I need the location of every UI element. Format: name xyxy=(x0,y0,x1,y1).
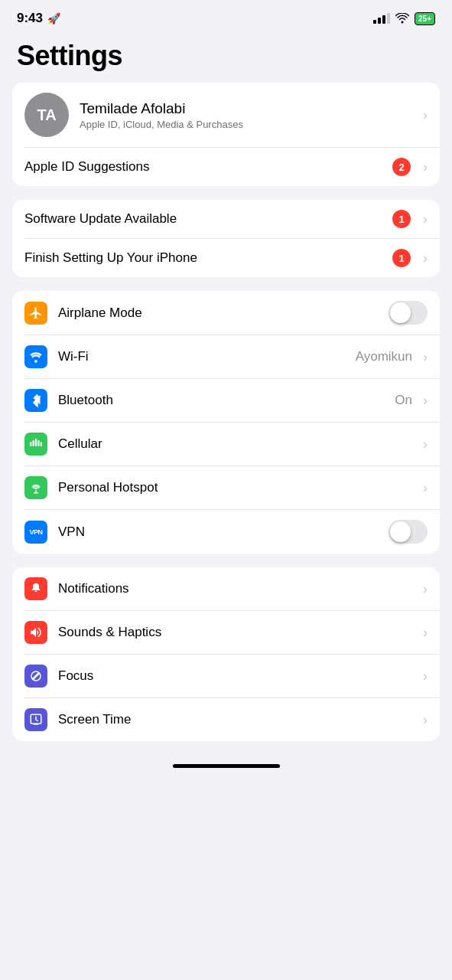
notifications-row[interactable]: Notifications › xyxy=(12,567,440,610)
wifi-chevron: › xyxy=(423,349,428,365)
focus-row[interactable]: Focus › xyxy=(12,655,440,697)
profile-chevron: › xyxy=(423,107,428,123)
airplane-mode-row[interactable]: Airplane Mode xyxy=(12,291,440,335)
wifi-setting-icon xyxy=(24,345,47,368)
bluetooth-icon xyxy=(24,389,47,412)
software-update-badge: 1 xyxy=(392,210,411,228)
cellular-label: Cellular xyxy=(58,436,417,452)
apple-id-suggestions-row[interactable]: Apple ID Suggestions 2 › xyxy=(12,148,440,186)
personal-hotspot-icon xyxy=(24,476,47,499)
airplane-mode-label: Airplane Mode xyxy=(58,305,389,321)
profile-info: Temilade Afolabi Apple ID, iCloud, Media… xyxy=(80,100,417,130)
wifi-icon xyxy=(395,13,409,24)
page-title: Settings xyxy=(0,32,452,83)
profile-subtitle: Apple ID, iCloud, Media & Purchases xyxy=(80,119,417,130)
finish-setup-badge: 1 xyxy=(392,249,411,267)
notifications-label: Notifications xyxy=(58,581,417,596)
sounds-label: Sounds & Haptics xyxy=(58,625,417,640)
network-card: Airplane Mode Wi-Fi Ayomikun › Bluetooth xyxy=(12,291,440,554)
finish-setup-label: Finish Setting Up Your iPhone xyxy=(24,250,392,266)
cellular-chevron: › xyxy=(423,436,428,452)
sounds-chevron: › xyxy=(423,625,428,641)
finish-setup-row[interactable]: Finish Setting Up Your iPhone 1 › xyxy=(12,239,440,277)
focus-icon xyxy=(24,665,47,688)
status-bar: 9:43 🚀 25+ xyxy=(0,0,452,32)
status-right: 25+ xyxy=(373,12,435,25)
screen-time-row[interactable]: Screen Time › xyxy=(12,698,440,741)
airplane-mode-toggle[interactable] xyxy=(389,301,428,325)
personal-hotspot-label: Personal Hotspot xyxy=(58,480,417,495)
profile-name: Temilade Afolabi xyxy=(80,100,417,117)
signal-icon xyxy=(373,13,390,24)
sounds-icon xyxy=(24,621,47,644)
apple-id-chevron: › xyxy=(423,159,428,175)
bluetooth-label: Bluetooth xyxy=(58,393,395,408)
screen-time-label: Screen Time xyxy=(58,712,417,727)
profile-card: TA Temilade Afolabi Apple ID, iCloud, Me… xyxy=(12,83,440,186)
screen-time-icon xyxy=(24,708,47,731)
bluetooth-chevron: › xyxy=(423,393,428,409)
bluetooth-row[interactable]: Bluetooth On › xyxy=(12,379,440,422)
wifi-value: Ayomikun xyxy=(356,349,412,364)
cellular-icon xyxy=(24,433,47,456)
airplane-mode-icon xyxy=(24,302,47,325)
svg-rect-1 xyxy=(34,724,38,725)
update-card: Software Update Available 1 › Finish Set… xyxy=(12,200,440,277)
apple-id-badge: 2 xyxy=(392,158,411,176)
focus-label: Focus xyxy=(58,668,417,684)
software-update-row[interactable]: Software Update Available 1 › xyxy=(12,200,440,238)
screen-time-chevron: › xyxy=(423,712,428,728)
software-update-label: Software Update Available xyxy=(24,211,392,227)
sounds-row[interactable]: Sounds & Haptics › xyxy=(12,611,440,654)
location-icon: 🚀 xyxy=(47,12,60,24)
bluetooth-value: On xyxy=(395,393,412,408)
wifi-label: Wi-Fi xyxy=(58,349,356,364)
apple-id-suggestions-label: Apple ID Suggestions xyxy=(24,159,392,175)
notifications-icon xyxy=(24,577,47,600)
software-update-chevron: › xyxy=(423,211,428,227)
home-bar xyxy=(173,764,280,768)
vpn-row[interactable]: VPN VPN xyxy=(12,510,440,554)
status-time: 9:43 🚀 xyxy=(17,11,60,26)
finish-setup-chevron: › xyxy=(423,250,428,266)
system-card: Notifications › Sounds & Haptics › Focus… xyxy=(12,567,440,741)
avatar: TA xyxy=(24,93,69,137)
profile-row[interactable]: TA Temilade Afolabi Apple ID, iCloud, Me… xyxy=(12,83,440,147)
personal-hotspot-chevron: › xyxy=(423,480,428,496)
wifi-row[interactable]: Wi-Fi Ayomikun › xyxy=(12,335,440,378)
battery-icon: 25+ xyxy=(415,12,435,25)
vpn-label: VPN xyxy=(58,524,389,540)
cellular-row[interactable]: Cellular › xyxy=(12,423,440,466)
home-indicator xyxy=(0,755,452,774)
vpn-icon: VPN xyxy=(24,521,47,544)
focus-chevron: › xyxy=(423,668,428,684)
personal-hotspot-row[interactable]: Personal Hotspot › xyxy=(12,466,440,509)
vpn-toggle[interactable] xyxy=(389,520,428,544)
notifications-chevron: › xyxy=(423,581,428,597)
